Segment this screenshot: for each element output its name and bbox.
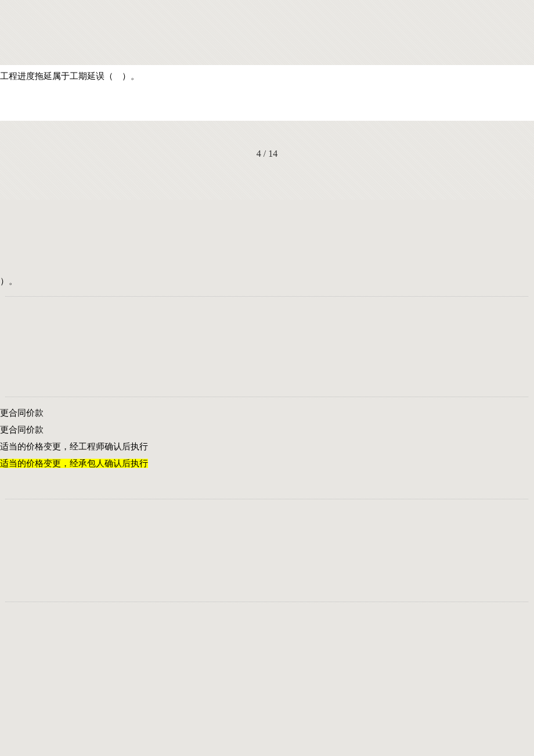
- question-text-1: 工程进度拖延属于工期延误（ ）。: [0, 70, 139, 82]
- page-number: 4 / 14: [0, 149, 534, 159]
- bottom-margin: 4 / 14: [0, 121, 534, 200]
- document-page: 工程进度拖延属于工期延误（ ）。 匸1个月 ）。 更合同价款 更合同价款 适当的…: [0, 65, 534, 121]
- option-c: 适当的价格变更，经工程师确认后执行: [0, 441, 148, 453]
- top-margin: [0, 0, 534, 65]
- option-a: 更合同价款: [0, 407, 44, 419]
- option-d: 适当的价格变更，经承包人确认后执行: [0, 458, 148, 470]
- divider-line: [5, 602, 528, 602]
- question-text-2: ）。: [0, 275, 17, 287]
- divider-line: [5, 499, 528, 499]
- divider-line: [5, 397, 528, 397]
- divider-line: [5, 296, 528, 297]
- option-b: 更合同价款: [0, 424, 44, 436]
- highlighted-option: 适当的价格变更，经承包人确认后执行: [0, 459, 148, 468]
